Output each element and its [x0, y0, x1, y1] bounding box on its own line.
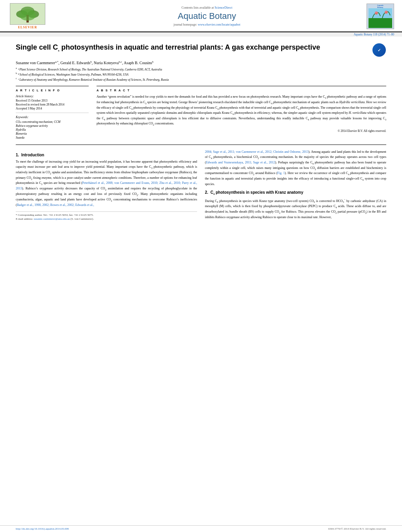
two-col-info: A R T I C L E I N F O Article history: R… — [16, 86, 386, 140]
crossmark-circle: ✓ — [372, 43, 386, 57]
keyword-3: Hydrilla — [16, 128, 89, 132]
footnote-star: * Corresponding author. Tel.: +61 2 6125… — [16, 213, 197, 217]
abstract-box: A B S T R A C T Another “green revolutio… — [97, 86, 386, 133]
affiliations: a ᵃ Plant Science Division, Research Sch… — [16, 67, 386, 82]
footnote-email-link[interactable]: susanne.caemmerer@anu.edu.au — [34, 217, 70, 221]
svg-point-5 — [19, 9, 36, 20]
section-separator — [16, 145, 386, 145]
footnote-email: E-mail address: susanne.caemmerer@anu.ed… — [16, 217, 197, 221]
content-area: Single cell C4 photosynthesis in aquatic… — [0, 37, 402, 525]
footer-bar: http://dx.doi.org/10.1016/j.aquabot.2014… — [0, 525, 402, 532]
keywords-section: Keywords: CO₂ concentrating mechanism; C… — [16, 113, 89, 139]
affiliation-c: c ᶜ Laboratory of Anatomy and Morphology… — [16, 77, 386, 82]
keywords-label: Keywords: — [16, 115, 89, 119]
svg-rect-7 — [368, 18, 392, 28]
received-date: Received 15 October 2013 — [16, 99, 89, 102]
body-content: 1. Introduction To meet the challenge of… — [16, 150, 386, 222]
citation-text: Aquatic Botany 118 (2014) 71–80 — [354, 33, 394, 36]
history-label: Article history: — [16, 95, 89, 98]
article-info-box: A R T I C L E I N F O Article history: R… — [16, 86, 89, 139]
abstract-text: Another “green revolution” is needed for… — [97, 95, 386, 127]
svg-point-8 — [375, 11, 378, 15]
svg-rect-6 — [368, 8, 392, 18]
sciencedirect-link[interactable]: ScienceDirect — [215, 6, 233, 9]
intro-text: To meet the challenge of increasing crop… — [16, 159, 197, 208]
intro-title: 1. Introduction — [16, 153, 197, 157]
article-info-label: A R T I C L E I N F O — [16, 89, 89, 92]
copyright-line: © 2014 Elsevier B.V. All rights reserved… — [97, 129, 386, 133]
footnote-area: * Corresponding author. Tel.: +61 2 6125… — [16, 211, 197, 221]
article-history: Article history: Received 15 October 201… — [16, 95, 89, 110]
citation-bar: Aquatic Botany 118 (2014) 71–80 — [0, 32, 402, 37]
left-col: A R T I C L E I N F O Article history: R… — [16, 86, 89, 140]
homepage-text: journal homepage: — [173, 23, 197, 26]
abstract-label: A B S T R A C T — [97, 89, 386, 92]
aquatic-logo-top: AquaticBotany — [377, 4, 384, 8]
keyword-1: CO₂ concentrating mechanism; CCM — [16, 120, 89, 124]
keyword-5: Suaeda — [16, 136, 89, 139]
journal-homepage: journal homepage: www.elsevier.com/locat… — [55, 23, 359, 26]
aquatic-botany-logo: AquaticBotany — [367, 4, 394, 29]
body-left: 1. Introduction To meet the challenge of… — [16, 150, 197, 222]
elsevier-logo-image — [10, 3, 45, 25]
crossmark-logo: ✓ — [372, 43, 386, 57]
footer-copy: 0304-3770/© 2014 Elsevier B.V. All right… — [328, 527, 386, 530]
accepted-date: Accepted 3 May 2014 — [16, 107, 89, 110]
elsevier-logo: ELSEVIER — [8, 3, 47, 29]
affiliation-b: b ᵇ School of Biological Sciences, Washi… — [16, 72, 386, 77]
article-title: Single cell C4 photosynthesis in aquatic… — [16, 43, 366, 52]
journal-title-header: Aquatic Botany — [55, 11, 359, 21]
sciencedirect-line: Contents lists available at ScienceDirec… — [55, 6, 359, 9]
authors-line: Susanne von Caemmerera,*, Gerald E. Edwa… — [16, 60, 386, 65]
right-text-1: 2004; Sage et al., 2011; von Caemmerer e… — [205, 150, 386, 187]
section2-title: 2. C4 photosynthesis in species with Kra… — [205, 190, 386, 195]
footer-doi[interactable]: http://dx.doi.org/10.1016/j.aquabot.2014… — [16, 527, 69, 530]
keyword-4: Bienertia — [16, 132, 89, 135]
section2-text: During C4 photosynthesis in species with… — [205, 198, 386, 220]
journal-header: ELSEVIER Contents lists available at Sci… — [0, 0, 402, 32]
svg-point-9 — [385, 11, 388, 14]
right-col: A B S T R A C T Another “green revolutio… — [97, 86, 386, 140]
keyword-2: Rubisco oxygenase activity — [16, 124, 89, 128]
title-section: Single cell C4 photosynthesis in aquatic… — [16, 43, 386, 57]
aquatic-logo-img — [368, 8, 392, 28]
body-right: 2004; Sage et al., 2011; von Caemmerer e… — [205, 150, 386, 222]
revised-date: Received in revised form 28 March 2014 — [16, 103, 89, 106]
journal-center: Contents lists available at ScienceDirec… — [47, 6, 367, 26]
elsevier-text: ELSEVIER — [18, 26, 37, 29]
page-container: ELSEVIER Contents lists available at Sci… — [0, 0, 402, 532]
sciencedirect-text: Contents lists available at — [182, 6, 214, 9]
homepage-link[interactable]: www.elsevier.com/locate/aquabot — [198, 23, 240, 26]
affiliation-a: a ᵃ Plant Science Division, Research Sch… — [16, 67, 386, 72]
